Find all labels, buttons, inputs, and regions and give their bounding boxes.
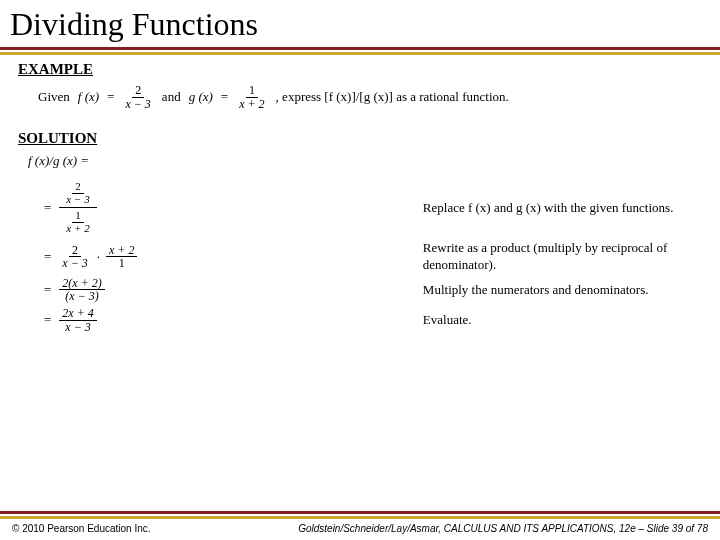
den: (x − 3) <box>62 290 101 303</box>
f-lhs: f (x) <box>78 89 99 105</box>
steps-container: = 2 x − 3 1 x + 2 <box>18 179 702 333</box>
den: x − 3 <box>63 194 92 206</box>
f-den: x − 3 <box>122 98 153 111</box>
f-num: 2 <box>132 84 144 98</box>
frac: 2x + 4 x − 3 <box>59 307 96 333</box>
den: x − 3 <box>59 257 90 270</box>
num: 2 <box>72 181 84 194</box>
step-row: = 2x + 4 x − 3 Evaluate. <box>44 307 702 333</box>
equals-icon: = <box>44 249 51 265</box>
example-heading: EXAMPLE <box>18 61 702 78</box>
num: 2 <box>69 244 81 258</box>
step-description: Rewrite as a product (multiply by recipr… <box>423 240 702 273</box>
step-description: Multiply the numerators and denominators… <box>423 282 702 298</box>
num: x + 2 <box>106 244 137 258</box>
copyright-text: © 2010 Pearson Education Inc. <box>12 523 151 534</box>
solution-heading: SOLUTION <box>18 130 702 147</box>
equals-1: = <box>107 89 114 105</box>
given-tail: , express [f (x)]/[g (x)] as a rational … <box>276 89 509 105</box>
given-line: Given f (x) = 2 x − 3 and g (x) = 1 x + … <box>18 84 702 110</box>
f-fraction: 2 x − 3 <box>122 84 153 110</box>
given-word: Given <box>38 89 70 105</box>
num: 2(x + 2) <box>59 277 104 291</box>
g-num: 1 <box>246 84 258 98</box>
complex-fraction: 2 x − 3 1 x + 2 <box>59 179 96 236</box>
example-section: EXAMPLE Given f (x) = 2 x − 3 and g (x) … <box>0 55 720 124</box>
g-lhs: g (x) <box>189 89 213 105</box>
footer-row: © 2010 Pearson Education Inc. Goldstein/… <box>0 519 720 540</box>
den: 1 <box>116 257 128 270</box>
step-row: = 2 x − 3 1 x + 2 <box>44 179 702 236</box>
step-description: Replace f (x) and g (x) with the given f… <box>423 200 702 216</box>
step-math: = 2 x − 3 · x + 2 1 <box>44 244 423 270</box>
equals-icon: = <box>44 200 51 216</box>
den: x − 3 <box>62 321 93 334</box>
solution-section: SOLUTION f (x)/g (x) = = 2 x − 3 1 <box>0 124 720 343</box>
den: x + 2 <box>63 223 92 235</box>
g-den: x + 2 <box>236 98 267 111</box>
footer-divider <box>0 511 720 519</box>
equals-icon: = <box>44 282 51 298</box>
step-math: = 2 x − 3 1 x + 2 <box>44 179 423 236</box>
step-math: = 2x + 4 x − 3 <box>44 307 423 333</box>
solution-expression: f (x)/g (x) = <box>18 153 702 169</box>
step-math: = 2(x + 2) (x − 3) <box>44 277 423 303</box>
g-fraction: 1 x + 2 <box>236 84 267 110</box>
num: 1 <box>72 210 84 223</box>
equals-icon: = <box>44 312 51 328</box>
frac-b: x + 2 1 <box>106 244 137 270</box>
dot-icon: · <box>95 249 102 265</box>
frac: 2(x + 2) (x − 3) <box>59 277 104 303</box>
inner-frac-bot: 1 x + 2 <box>63 210 92 234</box>
frac-a: 2 x − 3 <box>59 244 90 270</box>
and-word: and <box>162 89 181 105</box>
num: 2x + 4 <box>59 307 96 321</box>
step-row: = 2(x + 2) (x − 3) Multiply the numerato… <box>44 277 702 303</box>
step-description: Evaluate. <box>423 312 702 328</box>
title-divider <box>0 47 720 55</box>
inner-frac-top: 2 x − 3 <box>63 181 92 205</box>
slide-title: Dividing Functions <box>0 0 720 47</box>
equals-2: = <box>221 89 228 105</box>
footer: © 2010 Pearson Education Inc. Goldstein/… <box>0 511 720 540</box>
citation-text: Goldstein/Schneider/Lay/Asmar, CALCULUS … <box>298 523 708 534</box>
step-row: = 2 x − 3 · x + 2 1 Rewrite as a product… <box>44 240 702 273</box>
